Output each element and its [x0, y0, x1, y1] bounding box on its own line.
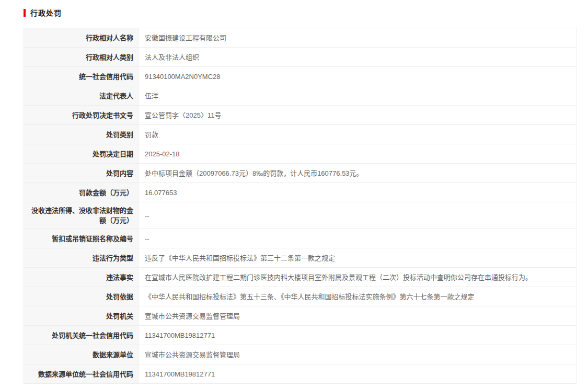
- row-label: 没收违法所得、没收非法财物的金额（万元）: [24, 202, 139, 229]
- penalty-page: 行政处罚 行政相对人名称 安徽国振建设工程有限公司 行政相对人类别 法人及非法人…: [0, 0, 588, 384]
- table-row: 行政相对人名称 安徽国振建设工程有限公司: [24, 28, 577, 48]
- row-label: 数据来源单位统一社会信用代码: [24, 364, 139, 384]
- row-value: 91340100MA2N0YMC28: [139, 67, 577, 86]
- row-label: 法定代表人: [24, 86, 139, 106]
- table-row: 处罚类别 罚款: [24, 125, 577, 144]
- table-row: 没收违法所得、没收非法财物的金额（万元） --: [24, 202, 577, 229]
- table-row: 处罚依据 《中华人民共和国招标投标法》第五十三条、《中华人民共和国招标投标法实施…: [24, 287, 577, 306]
- row-label: 处罚依据: [24, 287, 139, 306]
- row-label: 数据来源单位: [24, 345, 139, 364]
- row-value: 罚款: [139, 125, 577, 144]
- table-row: 数据来源单位 宣城市公共资源交易监督管理局: [24, 345, 577, 364]
- table-row: 处罚机关 宣城市公共资源交易监督管理局: [24, 306, 577, 326]
- row-value: 《中华人民共和国招标投标法》第五十三条、《中华人民共和国招标投标法实施条例》第六…: [139, 287, 577, 306]
- row-label: 行政处罚决定书文号: [24, 106, 139, 125]
- row-label: 暂扣或吊销证照名称及编号: [24, 229, 139, 248]
- row-value: 违反了《中华人民共和国招标投标法》第三十二条第一款之规定: [139, 248, 577, 268]
- row-label: 处罚内容: [24, 164, 139, 183]
- title-accent-bar: [24, 9, 26, 17]
- page-title: 行政处罚: [30, 7, 62, 18]
- row-label: 处罚类别: [24, 125, 139, 144]
- row-value: 11341700MB19812771: [139, 364, 577, 384]
- row-label: 违法行为类型: [24, 248, 139, 268]
- table-row: 行政相对人类别 法人及非法人组织: [24, 48, 577, 67]
- row-value: 处中标项目金额（20097066.73元）8‰的罚款，计人民币160776.53…: [139, 164, 577, 183]
- row-label: 行政相对人名称: [24, 28, 139, 48]
- row-label: 统一社会信用代码: [24, 67, 139, 86]
- table-row: 处罚决定日期 2025-02-18: [24, 144, 577, 164]
- table-row: 统一社会信用代码 91340100MA2N0YMC28: [24, 67, 577, 86]
- row-label: 处罚机关统一社会信用代码: [24, 326, 139, 345]
- row-value: 宣公管罚字〈2025〉11号: [139, 106, 577, 125]
- penalty-table-body: 行政相对人名称 安徽国振建设工程有限公司 行政相对人类别 法人及非法人组织 统一…: [24, 28, 577, 384]
- table-row: 罚款金额（万元） 16.077653: [24, 183, 577, 202]
- row-label: 违法事实: [24, 268, 139, 287]
- table-row: 违法行为类型 违反了《中华人民共和国招标投标法》第三十二条第一款之规定: [24, 248, 577, 268]
- table-row: 违法事实 在宣城市人民医院改扩建工程二期门诊医技内科大楼项目室外附属及景观工程（…: [24, 268, 577, 287]
- table-row: 行政处罚决定书文号 宣公管罚字〈2025〉11号: [24, 106, 577, 125]
- row-value: 2025-02-18: [139, 144, 577, 164]
- row-label: 罚款金额（万元）: [24, 183, 139, 202]
- row-value: 伍洋: [139, 86, 577, 106]
- row-label: 处罚决定日期: [24, 144, 139, 164]
- row-value: --: [139, 229, 577, 248]
- row-value: --: [139, 202, 577, 229]
- table-row: 处罚机关统一社会信用代码 11341700MB19812771: [24, 326, 577, 345]
- row-value: 在宣城市人民医院改扩建工程二期门诊医技内科大楼项目室外附属及景观工程（二次）投标…: [139, 268, 577, 287]
- row-value: 法人及非法人组织: [139, 48, 577, 67]
- row-value: 宣城市公共资源交易监督管理局: [139, 306, 577, 326]
- table-row: 法定代表人 伍洋: [24, 86, 577, 106]
- table-row: 数据来源单位统一社会信用代码 11341700MB19812771: [24, 364, 577, 384]
- table-row: 暂扣或吊销证照名称及编号 --: [24, 229, 577, 248]
- row-value: 宣城市公共资源交易监督管理局: [139, 345, 577, 364]
- penalty-info-table: 行政相对人名称 安徽国振建设工程有限公司 行政相对人类别 法人及非法人组织 统一…: [24, 28, 577, 384]
- table-row: 处罚内容 处中标项目金额（20097066.73元）8‰的罚款，计人民币1607…: [24, 164, 577, 183]
- row-value: 16.077653: [139, 183, 577, 202]
- row-value: 11341700MB19812771: [139, 326, 577, 345]
- section-header: 行政处罚: [24, 8, 588, 17]
- row-label: 处罚机关: [24, 306, 139, 326]
- row-label: 行政相对人类别: [24, 48, 139, 67]
- row-value: 安徽国振建设工程有限公司: [139, 28, 577, 48]
